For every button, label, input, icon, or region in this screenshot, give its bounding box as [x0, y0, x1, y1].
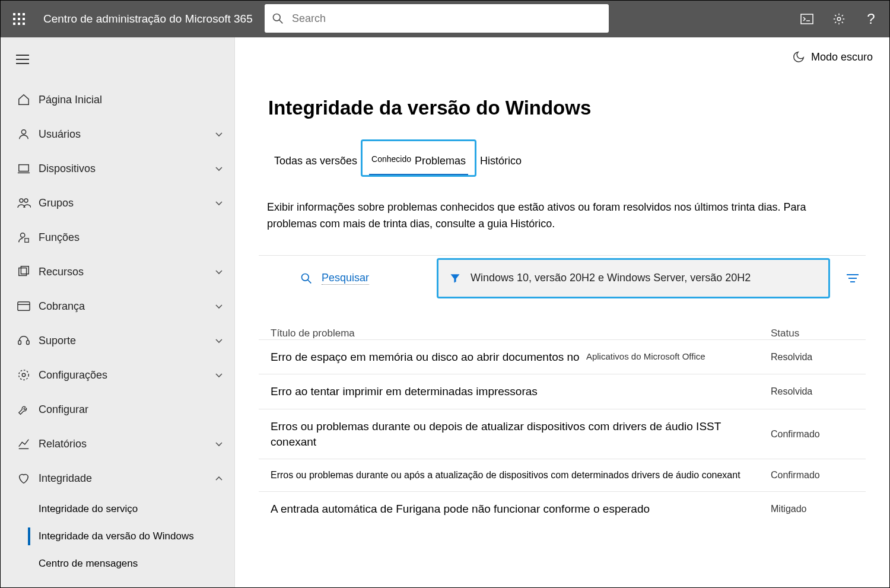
nav-groups[interactable]: Grupos [1, 186, 234, 220]
nav-setup[interactable]: Configurar [1, 392, 234, 427]
chart-icon [14, 437, 34, 450]
nav-label: Cobrança [39, 300, 214, 313]
sidebar: Página Inicial Usuários Dispositivos [1, 37, 235, 588]
nav-support[interactable]: Suporte [1, 323, 234, 358]
svg-rect-6 [13, 23, 15, 25]
cell-status: Confirmado [771, 470, 854, 481]
group-icon [14, 196, 34, 209]
tab-label-small: Conhecido [371, 154, 411, 164]
app-title: Centro de administração do Microsoft 365 [43, 12, 253, 26]
nav-label: Relatórios [39, 438, 214, 450]
nav-sub-windows-release-health[interactable]: Integridade da versão do Windows [1, 523, 234, 550]
cell-title: A entrada automática de Furigana pode nã… [271, 501, 771, 517]
nav-sub-message-center[interactable]: Centro de mensagens [1, 550, 234, 577]
svg-point-20 [20, 199, 23, 202]
health-icon [14, 472, 34, 485]
nav-home[interactable]: Página Inicial [1, 82, 234, 117]
svg-rect-18 [19, 165, 29, 171]
svg-point-13 [837, 17, 841, 21]
wrench-icon [14, 403, 34, 416]
svg-line-10 [279, 20, 283, 24]
table-row[interactable]: Erro ao tentar imprimir em determinadas … [259, 374, 866, 409]
tab-history[interactable]: Histórico [473, 155, 529, 176]
search-icon [300, 272, 312, 284]
nav-health[interactable]: Integridade [1, 461, 234, 495]
help-button[interactable]: ? [859, 7, 883, 31]
nav-users[interactable]: Usuários [1, 117, 234, 151]
settings-button[interactable] [827, 7, 851, 31]
global-search[interactable] [265, 4, 609, 33]
chevron-up-icon [214, 473, 224, 483]
global-search-input[interactable] [292, 12, 602, 25]
col-header-status[interactable]: Status [771, 328, 854, 339]
search-icon [272, 12, 284, 24]
table-row[interactable]: Erros ou problemas durante ou depois de … [259, 409, 866, 459]
hamburger-icon [16, 54, 29, 65]
svg-point-30 [22, 373, 26, 377]
chevron-down-icon [214, 267, 224, 276]
nav-sub-label: Centro de mensagens [39, 558, 138, 570]
page-title: Integridade da versão do Windows [268, 97, 866, 119]
nav-settings[interactable]: Configurações [1, 358, 234, 392]
chevron-down-icon [214, 336, 224, 345]
nav-label: Recursos [39, 266, 214, 278]
cell-status: Confirmado [771, 429, 854, 440]
tab-known-issues[interactable]: ConhecidoProblemas [364, 155, 473, 176]
svg-rect-4 [18, 18, 20, 20]
nav-sub-service-health[interactable]: Integridade do serviço [1, 495, 234, 523]
nav-label: Dispositivos [39, 163, 214, 175]
device-icon [14, 162, 34, 175]
filter-label: Windows 10, versão 20H2 e Windows Server… [471, 272, 751, 284]
svg-rect-8 [23, 23, 25, 25]
table-search-button[interactable]: Pesquisar [300, 272, 369, 285]
nav-roles[interactable]: Funções [1, 220, 234, 255]
tab-underline [369, 174, 468, 176]
chevron-down-icon [214, 370, 224, 380]
user-icon [14, 128, 34, 141]
shell-icon [800, 14, 813, 24]
svg-rect-5 [23, 18, 25, 20]
sort-icon [846, 272, 860, 284]
nav-billing[interactable]: Cobrança [1, 289, 234, 323]
svg-rect-29 [27, 341, 30, 344]
svg-point-31 [19, 370, 29, 380]
svg-rect-2 [23, 13, 25, 15]
chevron-down-icon [214, 301, 224, 311]
tab-all-versions[interactable]: Todas as versões [267, 155, 364, 176]
col-header-title[interactable]: Título de problema [271, 328, 771, 339]
tab-label: Todas as versões [274, 155, 357, 167]
table-row[interactable]: Erro de espaço em memória ou disco ao ab… [259, 339, 866, 374]
filter-bar: Pesquisar Windows 10, versão 20H2 e Wind… [259, 255, 866, 301]
nav-label: Grupos [39, 197, 214, 209]
nav-resources[interactable]: Recursos [1, 255, 234, 289]
nav-reports[interactable]: Relatórios [1, 427, 234, 461]
shell-command-button[interactable] [794, 7, 819, 31]
home-icon [14, 93, 34, 106]
nav-label: Funções [39, 231, 224, 244]
app-launcher-button[interactable] [7, 7, 31, 31]
dark-mode-label: Modo escuro [811, 51, 873, 63]
chevron-down-icon [214, 129, 224, 139]
nav-label: Suporte [39, 335, 214, 347]
nav-devices[interactable]: Dispositivos [1, 151, 234, 186]
cell-title: Erros ou problemas durante ou após a atu… [271, 469, 771, 482]
cell-title: Erros ou problemas durante ou depois de … [271, 419, 771, 449]
sort-button[interactable] [846, 272, 860, 284]
tab-label: Histórico [480, 155, 522, 167]
chevron-down-icon [214, 439, 224, 449]
filter-icon [449, 272, 461, 284]
cell-status: Mitigado [771, 504, 854, 514]
cell-status: Resolvida [771, 386, 854, 397]
nav-label: Usuários [39, 128, 214, 141]
table-row[interactable]: A entrada automática de Furigana pode nã… [259, 491, 866, 526]
tab-description: Exibir informações sobre problemas conhe… [267, 199, 837, 233]
nav-toggle-button[interactable] [9, 46, 36, 73]
dark-mode-toggle[interactable]: Modo escuro [792, 50, 873, 63]
version-filter[interactable]: Windows 10, versão 20H2 e Windows Server… [437, 258, 830, 298]
table-row[interactable]: Erros ou problemas durante ou após a atu… [259, 459, 866, 491]
cell-status: Resolvida [771, 352, 854, 363]
nav-sub-label: Integridade da versão do Windows [39, 530, 194, 542]
cell-extra: Aplicativos do Microsoft Office [586, 351, 705, 363]
svg-point-22 [21, 233, 25, 237]
svg-point-9 [274, 14, 281, 21]
